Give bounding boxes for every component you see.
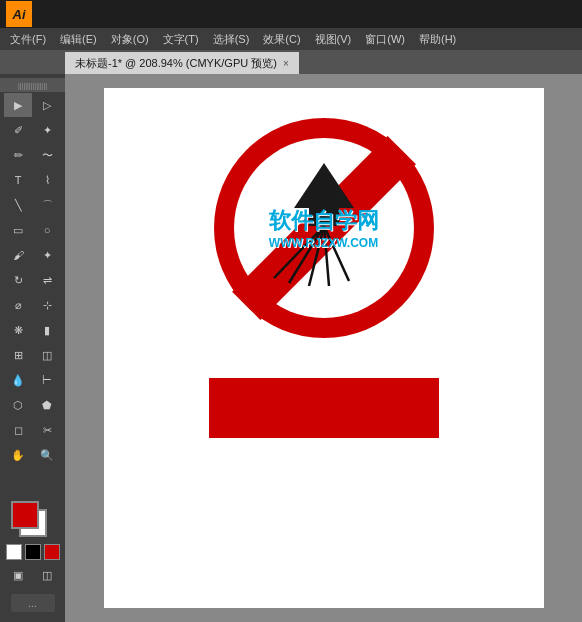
prohibition-sign: 软件自学网 WWW.RJZXW.COM	[214, 118, 434, 338]
direct-selection-tool[interactable]: ▷	[33, 93, 61, 117]
warp-tool[interactable]: ⌀	[4, 293, 32, 317]
tool-row-1: ▶ ▷	[4, 93, 61, 117]
tool-row-7: 🖌 ✦	[4, 243, 61, 267]
tool-row-3: ✏ 〜	[4, 143, 61, 167]
menu-view[interactable]: 视图(V)	[309, 30, 358, 49]
tool-row-6: ▭ ○	[4, 218, 61, 242]
tool-row-2: ✐ ✦	[4, 118, 61, 142]
tool-row-4: T ⌇	[4, 168, 61, 192]
menu-file[interactable]: 文件(F)	[4, 30, 52, 49]
rotate-tool[interactable]: ↻	[4, 268, 32, 292]
column-graph-tool[interactable]: ▮	[33, 318, 61, 342]
slice-tool[interactable]: ⬟	[33, 393, 61, 417]
canvas-page: 软件自学网 WWW.RJZXW.COM	[104, 88, 544, 608]
feather-line-2	[289, 226, 324, 283]
ruler: ||||||||||||||||	[0, 78, 65, 92]
free-transform-tool[interactable]: ⊹	[33, 293, 61, 317]
menu-edit[interactable]: 编辑(E)	[54, 30, 103, 49]
menu-bar: 文件(F) 编辑(E) 对象(O) 文字(T) 选择(S) 效果(C) 视图(V…	[0, 28, 582, 50]
symbol-tool[interactable]: ❋	[4, 318, 32, 342]
shuttle-body	[309, 206, 339, 226]
rectangle-tool[interactable]: ▭	[4, 218, 32, 242]
arc-tool[interactable]: ⌒	[33, 193, 61, 217]
paintbrush-tool[interactable]: 🖌	[4, 243, 32, 267]
color-section: ▣ ◫ ...	[4, 501, 61, 618]
foreground-color-box[interactable]	[11, 501, 39, 529]
pen-tool[interactable]: ✐	[4, 118, 32, 142]
type-path-tool[interactable]: ⌇	[33, 168, 61, 192]
tool-row-11: ⊞ ◫	[4, 343, 61, 367]
blob-brush-tool[interactable]: ✦	[33, 243, 61, 267]
mesh-tool[interactable]: ⊞	[4, 343, 32, 367]
main-layout: |||||||||||||||| ▶ ▷ ✐ ✦ ✏ 〜 T ⌇ ╲ ⌒ ▭ ○…	[0, 74, 582, 622]
toolbar: |||||||||||||||| ▶ ▷ ✐ ✦ ✏ 〜 T ⌇ ╲ ⌒ ▭ ○…	[0, 74, 65, 622]
hand-tool[interactable]: ✋	[4, 443, 32, 467]
smooth-tool[interactable]: 〜	[33, 143, 61, 167]
shuttle-head	[294, 163, 354, 208]
tool-row-14: ◻ ✂	[4, 418, 61, 442]
ellipse-tool[interactable]: ○	[33, 218, 61, 242]
color-boxes[interactable]	[11, 501, 55, 541]
tab-label: 未标题-1* @ 208.94% (CMYK/GPU 预览)	[75, 56, 277, 71]
title-bar: Ai	[0, 0, 582, 28]
measure-tool[interactable]: ⊢	[33, 368, 61, 392]
color-mode-icon[interactable]	[44, 544, 60, 560]
eraser-tool[interactable]: ◻	[4, 418, 32, 442]
menu-select[interactable]: 选择(S)	[207, 30, 256, 49]
tab-bar: 未标题-1* @ 208.94% (CMYK/GPU 预览) ×	[0, 50, 582, 74]
draw-mode-row: ▣ ◫	[4, 563, 61, 587]
canvas-area: 软件自学网 WWW.RJZXW.COM	[65, 74, 582, 622]
line-tool[interactable]: ╲	[4, 193, 32, 217]
swap-colors-icon[interactable]	[6, 544, 22, 560]
scissors-tool[interactable]: ✂	[33, 418, 61, 442]
normal-draw-mode[interactable]: ▣	[4, 563, 32, 587]
tab-close-button[interactable]: ×	[283, 58, 289, 69]
menu-help[interactable]: 帮助(H)	[413, 30, 462, 49]
pencil-tool[interactable]: ✏	[4, 143, 32, 167]
type-tool[interactable]: T	[4, 168, 32, 192]
reflect-tool[interactable]: ⇌	[33, 268, 61, 292]
menu-effect[interactable]: 效果(C)	[257, 30, 306, 49]
tool-row-10: ❋ ▮	[4, 318, 61, 342]
shuttlecock-svg	[214, 118, 434, 338]
gradient-tool[interactable]: ◫	[33, 343, 61, 367]
red-rectangle	[209, 378, 439, 438]
anchor-tool[interactable]: ✦	[33, 118, 61, 142]
selection-tool[interactable]: ▶	[4, 93, 32, 117]
blend-tool[interactable]: ⬡	[4, 393, 32, 417]
tool-row-13: ⬡ ⬟	[4, 393, 61, 417]
tool-row-8: ↻ ⇌	[4, 268, 61, 292]
menu-window[interactable]: 窗口(W)	[359, 30, 411, 49]
behind-draw-mode[interactable]: ◫	[33, 563, 61, 587]
tool-row-12: 💧 ⊢	[4, 368, 61, 392]
more-tools-button[interactable]: ...	[11, 594, 55, 612]
eyedropper-tool[interactable]: 💧	[4, 368, 32, 392]
none-icon[interactable]	[25, 544, 41, 560]
color-mini-row	[6, 544, 60, 560]
menu-object[interactable]: 对象(O)	[105, 30, 155, 49]
tool-row-15: ✋ 🔍	[4, 443, 61, 467]
zoom-tool[interactable]: 🔍	[33, 443, 61, 467]
tool-row-5: ╲ ⌒	[4, 193, 61, 217]
tool-row-9: ⌀ ⊹	[4, 293, 61, 317]
app-logo: Ai	[6, 1, 32, 27]
menu-text[interactable]: 文字(T)	[157, 30, 205, 49]
document-tab[interactable]: 未标题-1* @ 208.94% (CMYK/GPU 预览) ×	[65, 52, 299, 74]
